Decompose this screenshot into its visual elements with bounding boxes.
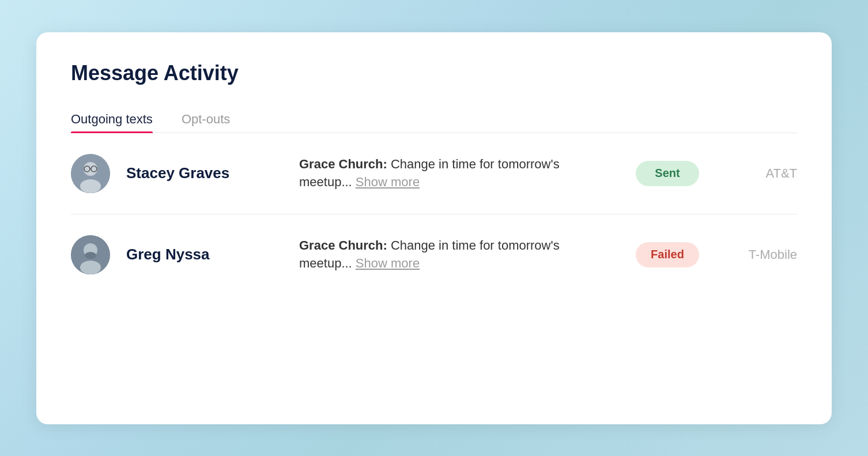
avatar [71, 154, 110, 193]
show-more-link[interactable]: Show more [356, 256, 420, 270]
tab-outgoing-texts[interactable]: Outgoing texts [71, 106, 153, 133]
message-sender: Grace Church: [299, 238, 387, 253]
contact-name: Greg Nyssa [126, 246, 276, 263]
table-row: Greg Nyssa Grace Church: Change in time … [71, 214, 797, 295]
tab-bar: Outgoing texts Opt-outs [71, 106, 797, 133]
message-preview: Grace Church: Change in time for tomorro… [299, 237, 613, 273]
carrier-label: T-Mobile [722, 247, 797, 262]
table-row: Stacey Graves Grace Church: Change in ti… [71, 133, 797, 214]
status-badge: Sent [636, 161, 699, 186]
svg-point-9 [85, 252, 96, 259]
svg-point-8 [80, 261, 101, 274]
carrier-label: AT&T [722, 166, 797, 181]
message-sender: Grace Church: [299, 157, 387, 171]
message-list: Stacey Graves Grace Church: Change in ti… [71, 133, 797, 295]
show-more-link[interactable]: Show more [356, 175, 420, 189]
avatar [71, 235, 110, 274]
contact-name: Stacey Graves [126, 164, 276, 182]
message-activity-card: Message Activity Outgoing texts Opt-outs [36, 32, 832, 424]
message-preview: Grace Church: Change in time for tomorro… [299, 156, 613, 191]
tab-opt-outs[interactable]: Opt-outs [182, 106, 230, 133]
status-badge: Failed [636, 242, 699, 267]
page-title: Message Activity [71, 61, 797, 85]
svg-point-2 [80, 179, 101, 193]
